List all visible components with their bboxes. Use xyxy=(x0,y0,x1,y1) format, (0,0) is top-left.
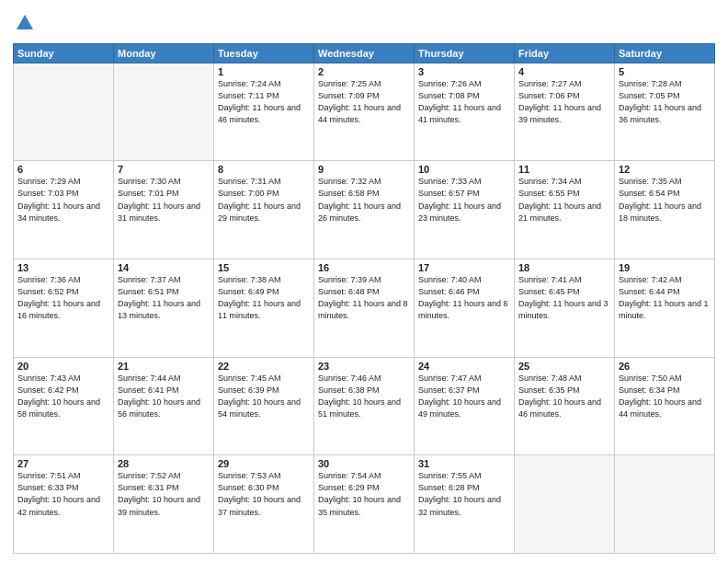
day-number: 14 xyxy=(118,262,210,273)
day-number: 10 xyxy=(418,164,510,175)
col-monday: Monday xyxy=(114,43,214,63)
calendar-cell: 5Sunrise: 7:28 AM Sunset: 7:05 PM Daylig… xyxy=(615,63,715,161)
day-info: Sunrise: 7:38 AM Sunset: 6:49 PM Dayligh… xyxy=(218,274,310,322)
day-info: Sunrise: 7:41 AM Sunset: 6:45 PM Dayligh… xyxy=(518,274,610,322)
calendar-cell: 13Sunrise: 7:36 AM Sunset: 6:52 PM Dayli… xyxy=(14,259,114,358)
day-info: Sunrise: 7:50 AM Sunset: 6:34 PM Dayligh… xyxy=(619,373,711,420)
day-info: Sunrise: 7:26 AM Sunset: 7:08 PM Dayligh… xyxy=(418,78,510,126)
week-row-3: 13Sunrise: 7:36 AM Sunset: 6:52 PM Dayli… xyxy=(14,259,715,358)
day-info: Sunrise: 7:35 AM Sunset: 6:54 PM Dayligh… xyxy=(619,176,711,224)
day-info: Sunrise: 7:45 AM Sunset: 6:39 PM Dayligh… xyxy=(218,373,310,420)
col-friday: Friday xyxy=(515,43,615,63)
calendar-cell: 25Sunrise: 7:48 AM Sunset: 6:35 PM Dayli… xyxy=(515,357,615,455)
calendar-cell: 10Sunrise: 7:33 AM Sunset: 6:57 PM Dayli… xyxy=(415,161,515,259)
calendar-cell: 27Sunrise: 7:51 AM Sunset: 6:33 PM Dayli… xyxy=(14,455,114,554)
calendar-cell: 30Sunrise: 7:54 AM Sunset: 6:29 PM Dayli… xyxy=(314,455,415,554)
day-number: 8 xyxy=(218,164,310,175)
calendar-cell xyxy=(114,63,214,161)
day-number: 21 xyxy=(118,361,210,372)
day-number: 15 xyxy=(218,262,310,273)
calendar-cell: 18Sunrise: 7:41 AM Sunset: 6:45 PM Dayli… xyxy=(515,259,615,358)
day-number: 6 xyxy=(17,164,109,175)
day-number: 28 xyxy=(118,458,210,469)
day-number: 23 xyxy=(318,361,410,372)
day-number: 18 xyxy=(518,262,610,273)
day-number: 27 xyxy=(17,458,109,469)
day-info: Sunrise: 7:24 AM Sunset: 7:11 PM Dayligh… xyxy=(218,78,310,126)
day-info: Sunrise: 7:55 AM Sunset: 6:28 PM Dayligh… xyxy=(418,470,510,518)
day-number: 25 xyxy=(518,361,610,372)
calendar-cell xyxy=(515,455,615,554)
calendar-cell: 26Sunrise: 7:50 AM Sunset: 6:34 PM Dayli… xyxy=(615,357,715,455)
day-info: Sunrise: 7:52 AM Sunset: 6:31 PM Dayligh… xyxy=(118,470,210,518)
logo xyxy=(13,13,35,38)
day-number: 9 xyxy=(318,164,410,175)
day-number: 26 xyxy=(619,361,711,372)
day-number: 30 xyxy=(318,458,410,469)
calendar-cell: 1Sunrise: 7:24 AM Sunset: 7:11 PM Daylig… xyxy=(214,63,314,161)
day-number: 7 xyxy=(118,164,210,175)
calendar-cell: 4Sunrise: 7:27 AM Sunset: 7:06 PM Daylig… xyxy=(515,63,615,161)
day-info: Sunrise: 7:32 AM Sunset: 6:58 PM Dayligh… xyxy=(318,176,410,224)
day-info: Sunrise: 7:31 AM Sunset: 7:00 PM Dayligh… xyxy=(218,176,310,224)
day-number: 11 xyxy=(518,164,610,175)
calendar-cell: 7Sunrise: 7:30 AM Sunset: 7:01 PM Daylig… xyxy=(114,161,214,259)
calendar-cell: 14Sunrise: 7:37 AM Sunset: 6:51 PM Dayli… xyxy=(114,259,214,358)
day-number: 29 xyxy=(218,458,310,469)
day-info: Sunrise: 7:36 AM Sunset: 6:52 PM Dayligh… xyxy=(17,274,109,322)
day-number: 5 xyxy=(619,66,711,77)
col-tuesday: Tuesday xyxy=(214,43,314,63)
header-row: Sunday Monday Tuesday Wednesday Thursday… xyxy=(14,43,715,63)
day-info: Sunrise: 7:28 AM Sunset: 7:05 PM Dayligh… xyxy=(619,78,711,126)
day-info: Sunrise: 7:30 AM Sunset: 7:01 PM Dayligh… xyxy=(118,176,210,224)
day-number: 31 xyxy=(418,458,510,469)
calendar-cell: 3Sunrise: 7:26 AM Sunset: 7:08 PM Daylig… xyxy=(415,63,515,161)
week-row-1: 1Sunrise: 7:24 AM Sunset: 7:11 PM Daylig… xyxy=(14,63,715,161)
header xyxy=(13,9,715,38)
calendar-cell xyxy=(14,63,114,161)
day-info: Sunrise: 7:46 AM Sunset: 6:38 PM Dayligh… xyxy=(318,373,410,420)
calendar-cell: 20Sunrise: 7:43 AM Sunset: 6:42 PM Dayli… xyxy=(14,357,114,455)
day-info: Sunrise: 7:34 AM Sunset: 6:55 PM Dayligh… xyxy=(518,176,610,224)
day-info: Sunrise: 7:29 AM Sunset: 7:03 PM Dayligh… xyxy=(17,176,109,224)
day-number: 17 xyxy=(418,262,510,273)
week-row-4: 20Sunrise: 7:43 AM Sunset: 6:42 PM Dayli… xyxy=(14,357,715,455)
calendar-cell: 15Sunrise: 7:38 AM Sunset: 6:49 PM Dayli… xyxy=(214,259,314,358)
day-number: 24 xyxy=(418,361,510,372)
calendar-cell: 24Sunrise: 7:47 AM Sunset: 6:37 PM Dayli… xyxy=(415,357,515,455)
day-info: Sunrise: 7:54 AM Sunset: 6:29 PM Dayligh… xyxy=(318,470,410,518)
day-info: Sunrise: 7:44 AM Sunset: 6:41 PM Dayligh… xyxy=(118,373,210,420)
week-row-2: 6Sunrise: 7:29 AM Sunset: 7:03 PM Daylig… xyxy=(14,161,715,259)
calendar-cell: 28Sunrise: 7:52 AM Sunset: 6:31 PM Dayli… xyxy=(114,455,214,554)
col-thursday: Thursday xyxy=(415,43,515,63)
logo-icon xyxy=(15,13,35,33)
day-number: 2 xyxy=(318,66,410,77)
calendar-cell: 2Sunrise: 7:25 AM Sunset: 7:09 PM Daylig… xyxy=(314,63,415,161)
col-saturday: Saturday xyxy=(615,43,715,63)
calendar-cell: 31Sunrise: 7:55 AM Sunset: 6:28 PM Dayli… xyxy=(415,455,515,554)
day-number: 16 xyxy=(318,262,410,273)
calendar-cell: 23Sunrise: 7:46 AM Sunset: 6:38 PM Dayli… xyxy=(314,357,415,455)
calendar-cell: 19Sunrise: 7:42 AM Sunset: 6:44 PM Dayli… xyxy=(615,259,715,358)
day-info: Sunrise: 7:43 AM Sunset: 6:42 PM Dayligh… xyxy=(17,373,109,420)
col-wednesday: Wednesday xyxy=(314,43,415,63)
day-number: 19 xyxy=(619,262,711,273)
day-info: Sunrise: 7:25 AM Sunset: 7:09 PM Dayligh… xyxy=(318,78,410,126)
day-number: 22 xyxy=(218,361,310,372)
calendar-cell: 6Sunrise: 7:29 AM Sunset: 7:03 PM Daylig… xyxy=(14,161,114,259)
calendar-table: Sunday Monday Tuesday Wednesday Thursday… xyxy=(13,43,715,554)
day-info: Sunrise: 7:53 AM Sunset: 6:30 PM Dayligh… xyxy=(218,470,310,518)
svg-marker-0 xyxy=(17,15,33,29)
calendar-cell: 21Sunrise: 7:44 AM Sunset: 6:41 PM Dayli… xyxy=(114,357,214,455)
day-number: 1 xyxy=(218,66,310,77)
day-number: 12 xyxy=(619,164,711,175)
week-row-5: 27Sunrise: 7:51 AM Sunset: 6:33 PM Dayli… xyxy=(14,455,715,554)
calendar-cell: 29Sunrise: 7:53 AM Sunset: 6:30 PM Dayli… xyxy=(214,455,314,554)
day-info: Sunrise: 7:51 AM Sunset: 6:33 PM Dayligh… xyxy=(17,470,109,518)
day-info: Sunrise: 7:48 AM Sunset: 6:35 PM Dayligh… xyxy=(518,373,610,420)
col-sunday: Sunday xyxy=(14,43,114,63)
day-info: Sunrise: 7:37 AM Sunset: 6:51 PM Dayligh… xyxy=(118,274,210,322)
calendar-cell: 9Sunrise: 7:32 AM Sunset: 6:58 PM Daylig… xyxy=(314,161,415,259)
calendar-cell: 8Sunrise: 7:31 AM Sunset: 7:00 PM Daylig… xyxy=(214,161,314,259)
logo-text xyxy=(13,13,35,38)
